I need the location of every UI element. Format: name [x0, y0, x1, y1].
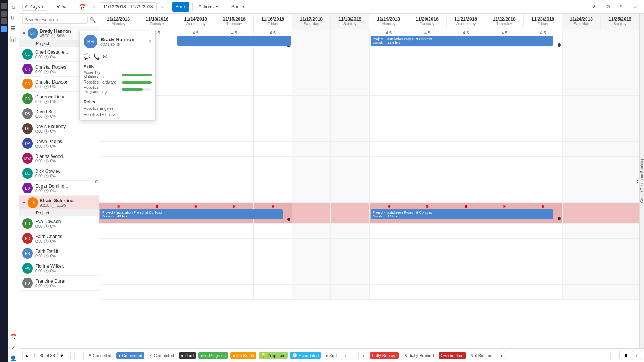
cheri-row	[99, 50, 639, 65]
sort-button[interactable]: Sort ▼	[228, 2, 248, 12]
brady-cell-wed2[interactable]: 4.5	[447, 29, 485, 50]
skill-robotics-prog-name: Robotics Programming	[84, 85, 122, 94]
booking-legend-prev-btn[interactable]: ‹	[358, 351, 367, 360]
brady-cell-mon2[interactable]: 4.5 Project - Installation Project at Co…	[370, 29, 408, 50]
brady-cell-fri1[interactable]: 4.5	[254, 29, 292, 50]
booking-legend-next-btn[interactable]: ›	[497, 351, 506, 360]
right-sidebar[interactable]: Create Resource Booking	[639, 14, 644, 348]
book-button[interactable]: Book	[172, 2, 189, 12]
resource-edgar[interactable]: ED Edgar Dominq... 0:00 🕐 0%	[19, 181, 99, 196]
main-toolbar: ⊙ Days ▼ View 📅 ‹ 11/12/2018 - 11/25/201…	[19, 0, 644, 14]
collapse-arrow-brady[interactable]: ▼	[22, 31, 26, 35]
avatar-christal: CR	[22, 64, 33, 74]
app-nav-calendar[interactable]: 📅	[10, 333, 17, 341]
status-down-btn[interactable]: ▼	[57, 351, 66, 360]
prev-date-btn[interactable]: ‹	[90, 2, 98, 12]
brady-cell-sat1[interactable]	[292, 29, 331, 50]
brady-cell-thu2[interactable]: 4.5	[485, 29, 524, 50]
date-range[interactable]: 11/12/2018 - 11/25/2018	[100, 2, 157, 11]
nav-pinned-icon[interactable]	[1, 18, 7, 24]
zoom-out-btn[interactable]: —	[610, 351, 620, 360]
legend-prev-btn[interactable]: ‹	[74, 351, 84, 360]
efrain-meta: 90:00 🕐 112%	[40, 203, 96, 208]
efrain-cell-sun1[interactable]	[331, 203, 369, 223]
efrain-cell-sun2[interactable]	[601, 203, 639, 223]
calendar-icon-btn[interactable]: 📅	[76, 2, 89, 12]
days-selector[interactable]: ⊙ Days ▼	[22, 3, 47, 11]
efrain-group-label: Project	[19, 210, 99, 216]
app-nav-list[interactable]: ☰	[10, 24, 17, 32]
calendar-scroll-right[interactable]: ›	[636, 177, 639, 185]
date-range-text: 11/12/2018 - 11/25/2018	[103, 4, 153, 10]
view-button[interactable]: View	[53, 2, 70, 12]
chat-icon[interactable]: 💬	[84, 53, 90, 60]
brady-cell-fri2[interactable]: 4.5	[524, 29, 563, 50]
efrain-cell-thu2[interactable]: 9	[485, 203, 524, 223]
app-nav-home[interactable]: ⌂	[10, 3, 17, 11]
efrain-cell-mon2[interactable]: 9 Project - Installation Project at Cont…	[370, 203, 408, 223]
app-nav-chart[interactable]: 📊	[10, 35, 17, 43]
popup-close-btn[interactable]: ×	[148, 39, 152, 45]
search-input[interactable]	[22, 16, 88, 24]
resource-florine[interactable]: FW Florine Wilker... 0:00 🕐 0%	[19, 261, 99, 276]
settings-icon[interactable]: ⚙	[603, 2, 613, 12]
efrain-cell-tue1[interactable]: 9	[138, 203, 176, 223]
avatar-davis: DF	[22, 123, 33, 134]
phone-icon[interactable]: 📞	[93, 53, 100, 60]
brady-cell-sun2[interactable]	[601, 29, 639, 50]
resource-eva[interactable]: ED Eva Dawson 0:00 🕐 0%	[19, 216, 99, 231]
brady-cell-sun1[interactable]	[331, 29, 369, 50]
nav-home-icon[interactable]	[1, 3, 7, 9]
brady-cell-thu1[interactable]: 4.5	[215, 29, 254, 50]
efrain-cell-fri2[interactable]: 9	[524, 203, 563, 223]
efrain-cell-thu1[interactable]: 9	[215, 203, 254, 223]
efrain-cell-tue2[interactable]: 9	[408, 203, 447, 223]
status-up-btn[interactable]: ▲	[22, 351, 31, 360]
app-nav-grid[interactable]: ⊞	[10, 14, 17, 21]
next-date-btn[interactable]: ›	[158, 2, 166, 12]
efrain-cell-mon1[interactable]: 9 Project - Installation Project at Cont…	[99, 203, 138, 223]
actions-button[interactable]: Actions ▼	[196, 2, 222, 12]
collapse-arrow-efrain[interactable]: ▼	[22, 201, 26, 205]
resource-francine[interactable]: FD Francine Duran 0:00 🕐 0%	[19, 276, 99, 291]
actions-dropdown-icon: ▼	[215, 5, 219, 9]
calendar-body[interactable]: 4.5 4.5 4.5 · 4.5 4.5	[99, 29, 639, 348]
efrain-cell-sat2[interactable]	[563, 203, 601, 223]
sort-label: Sort	[231, 4, 240, 10]
app-nav-tasks[interactable]: ✓	[10, 344, 17, 351]
faith-c-name: Faith Charles	[35, 234, 96, 239]
efrain-cell-fri1[interactable]: 9	[254, 203, 292, 223]
col-wed1221: 11/21/2018 Wednesday	[447, 14, 485, 29]
app-nav-people[interactable]: 👤	[10, 354, 17, 362]
efrain-util: 112%	[57, 203, 67, 208]
avatar-christie: CD	[22, 79, 33, 89]
calendar-scroll-left[interactable]: ‹	[95, 177, 97, 185]
resource-group-efrain[interactable]: ▼ ES Efrain Schreiner 90:00 🕐 112%	[19, 196, 99, 210]
resource-faith-c[interactable]: FC Faith Charles 0:00 🕐 0%	[19, 231, 99, 246]
badge-completed: ✓ Completed	[147, 352, 176, 359]
resource-faith-r[interactable]: FR Faith Ratliff 0:00 🕐 0%	[19, 246, 99, 261]
visibility-icon[interactable]: 👁	[589, 2, 600, 12]
search-icon[interactable]: 🔍	[89, 17, 96, 23]
resource-davis[interactable]: DF Davis Flournoy 0:00 🕐 0%	[19, 121, 99, 136]
christie-row	[99, 80, 639, 96]
efrain-hours: 90:00	[40, 203, 49, 208]
resource-dianna[interactable]: DW Dianna Wood... 0:00 🕐 0%	[19, 151, 99, 166]
resource-dick[interactable]: DC Dick Cowley 0:00 🕐 0%	[19, 166, 99, 181]
resource-dawn[interactable]: DP Dawn Phelps 0:00 🕐 0%	[19, 136, 99, 151]
nav-recent-icon[interactable]	[1, 11, 7, 17]
legend-next-btn[interactable]: ›	[341, 351, 350, 360]
brady-cell-tue2[interactable]: 4.5	[408, 29, 447, 50]
zoom-in-btn[interactable]: +	[632, 351, 641, 360]
efrain-cell-sat1[interactable]	[292, 203, 331, 223]
expand-icon[interactable]: ⤢	[630, 2, 641, 12]
refresh-icon[interactable]: ↻	[616, 2, 627, 12]
brady-cell-sat2[interactable]	[563, 29, 601, 50]
nav-resource-icon[interactable]	[1, 26, 7, 32]
badge-soft: ● Soft	[323, 352, 339, 359]
brady-cell-wed1[interactable]: 4.5 ·	[176, 29, 215, 50]
efrain-cell-wed2[interactable]: 9	[447, 203, 485, 223]
pause-btn[interactable]: ⏸	[621, 351, 630, 360]
efrain-cell-wed1[interactable]: 9	[176, 203, 215, 223]
email-icon[interactable]: ✉	[103, 53, 107, 60]
